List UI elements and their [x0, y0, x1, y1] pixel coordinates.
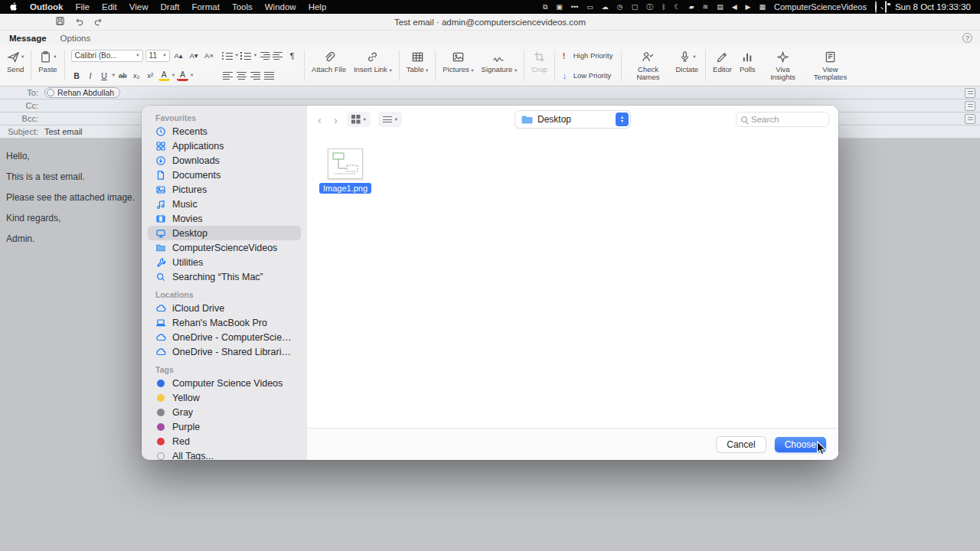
dialog-search-field[interactable]	[736, 112, 829, 127]
italic-button[interactable]: I	[85, 70, 96, 81]
help-button[interactable]: ?	[962, 33, 972, 43]
search-input[interactable]	[751, 115, 812, 124]
address-book-button[interactable]	[965, 88, 975, 98]
icon-view-button[interactable]: ▾	[347, 112, 371, 127]
apple-menu[interactable]	[9, 2, 18, 12]
sidebar-item-downloads[interactable]: Downloads	[148, 153, 301, 168]
volume-icon[interactable]: ◀	[732, 4, 737, 11]
sidebar-item-music[interactable]: Music	[148, 197, 301, 211]
display-icon[interactable]: ▤	[717, 4, 724, 11]
align-left-button[interactable]	[222, 70, 234, 81]
sidebar-item-applications[interactable]: Applications	[148, 139, 301, 153]
control-center-icon[interactable]	[885, 2, 887, 12]
sidebar-item-all-tags[interactable]: All Tags...	[148, 448, 301, 460]
address-book-button[interactable]	[965, 114, 975, 124]
sidebar-tag-purple[interactable]: Purple	[148, 419, 301, 434]
file-browser-area[interactable]: Image1.png	[307, 133, 838, 428]
subscript-button[interactable]: x₂	[131, 70, 142, 81]
low-priority-button[interactable]: ↓ Low Priority	[561, 69, 615, 82]
sidebar-tag-gray[interactable]: Gray	[148, 405, 301, 419]
spotlight-search-icon[interactable]	[875, 2, 877, 12]
paragraph-marks-button[interactable]: ¶	[286, 50, 298, 61]
align-center-button[interactable]	[236, 70, 247, 81]
grow-font-button[interactable]: A▴	[172, 50, 185, 61]
tab-message[interactable]: Message	[9, 34, 47, 43]
menubar-clock[interactable]: Sun 8 Oct 19:33:30	[895, 2, 971, 11]
sidebar-item-recents[interactable]: Recents	[148, 124, 301, 139]
menubar-account-name[interactable]: ComputerScienceVideos	[774, 2, 867, 11]
location-popup[interactable]: Desktop ▴▾	[515, 111, 630, 128]
sidebar-item-macbook-pro[interactable]: Rehan's MacBook Pro	[148, 315, 301, 330]
tab-options[interactable]: Options	[60, 34, 91, 43]
battery-icon[interactable]: ▰	[689, 4, 694, 11]
save-icon[interactable]	[55, 16, 65, 28]
menu-item-view[interactable]: View	[129, 2, 149, 11]
increase-indent-button[interactable]	[273, 52, 284, 60]
check-names-button[interactable]: Check Names	[626, 47, 671, 83]
menu-item-file[interactable]: File	[75, 2, 90, 11]
bluetooth-icon[interactable]: ᛒ	[662, 4, 665, 11]
strikethrough-button[interactable]: ab	[117, 70, 129, 81]
undo-icon[interactable]	[74, 16, 84, 28]
sidebar-item-utilities[interactable]: Utilities	[148, 255, 301, 269]
wifi-icon[interactable]: ≋	[703, 4, 709, 11]
window-icon[interactable]: ▢	[632, 4, 639, 11]
forward-button[interactable]: ›	[334, 113, 338, 126]
back-button[interactable]: ‹	[318, 113, 322, 126]
font-color-button[interactable]: A	[177, 70, 188, 81]
recipient-chip[interactable]: Rehan Abdullah	[44, 87, 120, 98]
time-machine-icon[interactable]: ◷	[617, 4, 623, 11]
menu-item-tools[interactable]: Tools	[232, 2, 253, 11]
bullets-button[interactable]	[222, 50, 234, 61]
view-templates-button[interactable]: View Templates	[808, 47, 853, 83]
highlight-color-button[interactable]: A	[158, 70, 170, 81]
viva-insights-button[interactable]: Viva Insights	[761, 47, 805, 83]
list-view-button[interactable]: ▾	[378, 112, 402, 127]
hotspot-icon[interactable]: •••	[571, 4, 578, 11]
shrink-font-button[interactable]: A▾	[188, 50, 201, 61]
font-name-select[interactable]: Calibri (Bo...▾	[71, 50, 143, 62]
screen-mirroring-icon[interactable]: ⧉	[543, 4, 547, 11]
info-icon[interactable]: ⓘ	[646, 4, 653, 11]
dictate-button[interactable]: ▾ Dictate	[674, 47, 701, 83]
sidebar-item-onedrive-csv[interactable]: OneDrive - ComputerScienceVideos	[148, 330, 301, 344]
polls-button[interactable]: Polls	[737, 47, 758, 83]
table-button[interactable]: Table ▾	[404, 47, 431, 83]
insert-link-button[interactable]: Insert Link ▾	[351, 47, 394, 83]
keyboard-icon[interactable]: ▦	[760, 4, 766, 11]
pictures-button[interactable]: Pictures ▾	[440, 47, 475, 83]
sidebar-item-icloud-drive[interactable]: iCloud Drive	[148, 301, 301, 315]
camera-icon[interactable]: ▣	[556, 4, 563, 11]
decrease-indent-button[interactable]	[259, 52, 270, 60]
sidebar-item-computersciencevideos[interactable]: ComputerScienceVideos	[148, 240, 301, 255]
sidebar-tag-computer-science-videos[interactable]: Computer Science Videos	[148, 376, 301, 390]
attach-file-button[interactable]: Attach File	[309, 47, 348, 83]
address-book-button[interactable]	[965, 101, 975, 111]
high-priority-button[interactable]: ! High Priority	[561, 49, 615, 62]
play-icon[interactable]: ▶	[746, 4, 751, 11]
align-right-button[interactable]	[250, 70, 261, 81]
focus-icon[interactable]: ☾	[675, 4, 681, 11]
font-size-select[interactable]: 11▾	[145, 50, 170, 62]
file-item-image1[interactable]: Image1.png	[316, 148, 374, 194]
menu-item-help[interactable]: Help	[309, 2, 327, 11]
sidebar-item-documents[interactable]: Documents	[148, 168, 301, 182]
sidebar-item-searching-this-mac[interactable]: Searching “This Mac”	[148, 269, 301, 284]
sidebar-item-movies[interactable]: Movies	[148, 211, 301, 226]
send-button[interactable]: ▾ Send	[5, 47, 26, 83]
stage-manager-icon[interactable]: ▭	[586, 4, 593, 11]
sidebar-tag-red[interactable]: Red	[148, 434, 301, 448]
to-field[interactable]: To: Rehan Abdullah	[0, 86, 980, 99]
sidebar-tag-yellow[interactable]: Yellow	[148, 390, 301, 405]
superscript-button[interactable]: x²	[145, 70, 156, 81]
justify-button[interactable]	[263, 70, 275, 81]
redo-icon[interactable]	[93, 16, 103, 28]
menu-item-format[interactable]: Format	[191, 2, 219, 11]
signature-button[interactable]: Signature ▾	[479, 47, 520, 83]
underline-button[interactable]: U	[99, 70, 110, 81]
sidebar-item-onedrive-shared[interactable]: OneDrive - Shared Libraries - Com...	[148, 344, 301, 359]
cancel-button[interactable]: Cancel	[717, 437, 765, 452]
menu-item-window[interactable]: Window	[265, 2, 296, 11]
numbering-button[interactable]	[240, 50, 252, 61]
paste-button[interactable]: ▾ Paste	[36, 47, 59, 83]
